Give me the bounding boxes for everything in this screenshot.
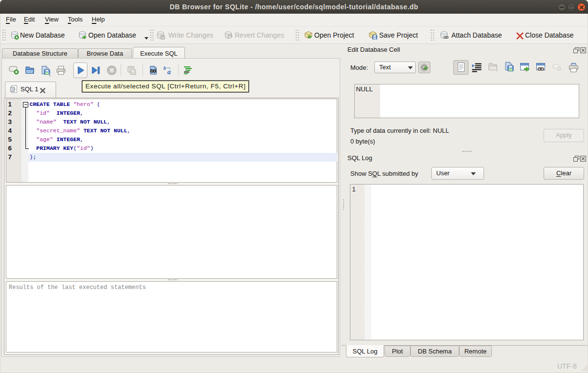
svg-text:b: b <box>163 65 166 71</box>
svg-text:a: a <box>167 68 171 76</box>
